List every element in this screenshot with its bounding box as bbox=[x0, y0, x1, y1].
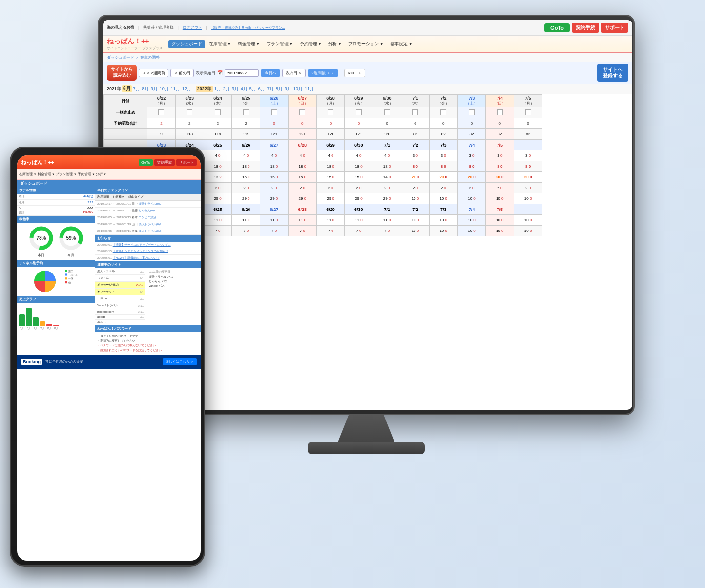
cell[interactable]: 10 0 bbox=[457, 215, 486, 226]
cell[interactable]: 4 0 bbox=[232, 150, 260, 161]
cell[interactable] bbox=[345, 107, 373, 118]
cell[interactable]: 7 0 bbox=[204, 226, 232, 236]
cell[interactable]: 4 0 bbox=[373, 150, 401, 161]
keiyaku-button[interactable]: 契約手続 bbox=[572, 23, 599, 33]
tablet-support-button[interactable]: サポート bbox=[176, 159, 197, 166]
cell[interactable]: 29 0 bbox=[288, 193, 316, 204]
cell[interactable]: 8 0 bbox=[514, 161, 542, 172]
cell[interactable]: 15 0 bbox=[260, 172, 289, 183]
cell[interactable]: 14 0 bbox=[373, 172, 401, 183]
cell[interactable]: 29 0 bbox=[232, 193, 260, 204]
cell[interactable] bbox=[429, 107, 457, 118]
prev-day-button[interactable]: ＜ 前の日 bbox=[170, 69, 194, 77]
cell[interactable]: 7 0 bbox=[316, 226, 345, 236]
cell[interactable]: 7 0 bbox=[260, 226, 289, 236]
cell[interactable]: 10 0 bbox=[429, 193, 457, 204]
month-8[interactable]: 8月 bbox=[142, 86, 149, 92]
cell[interactable]: 10 0 bbox=[486, 193, 514, 204]
tablet-nav-inventory[interactable]: 在庫管理 bbox=[19, 172, 37, 177]
cell[interactable]: 2 0 bbox=[316, 183, 345, 193]
cell[interactable]: 10 0 bbox=[457, 226, 486, 236]
month-2022-4[interactable]: 4月 bbox=[241, 86, 248, 92]
cell[interactable]: 11 0 bbox=[260, 215, 289, 226]
cell[interactable]: 15 0 bbox=[232, 172, 260, 183]
cell[interactable]: 2 0 bbox=[429, 183, 457, 193]
cell[interactable] bbox=[316, 107, 345, 118]
cell[interactable] bbox=[514, 107, 542, 118]
cell[interactable]: 8 0 bbox=[486, 161, 514, 172]
month-2022-5[interactable]: 5月 bbox=[249, 86, 256, 92]
tablet-keiyaku-button[interactable]: 契約手続 bbox=[154, 159, 175, 166]
cell[interactable]: 11 0 bbox=[373, 215, 401, 226]
cell[interactable]: 15 0 bbox=[316, 172, 345, 183]
cell[interactable]: 18 0 bbox=[345, 161, 373, 172]
month-2022-2[interactable]: 2月 bbox=[223, 86, 230, 92]
cell[interactable]: 10 0 bbox=[486, 226, 514, 236]
cell[interactable]: 4 0 bbox=[204, 150, 232, 161]
cell[interactable]: 8 0 bbox=[401, 161, 430, 172]
news-link[interactable]: 【重要】システムメンテナンスのお知らせ bbox=[113, 250, 168, 252]
nav-pricing[interactable]: 料金管理 bbox=[235, 40, 263, 48]
nav-settings[interactable]: 基本設定 bbox=[387, 40, 415, 48]
nav-dashboard[interactable]: ダッシュボード bbox=[168, 40, 205, 48]
tablet-nav-plan[interactable]: プラン管理 bbox=[56, 172, 77, 177]
tablet-nav-analytics[interactable]: 分析 bbox=[96, 172, 106, 177]
cell[interactable]: 13 2 bbox=[204, 172, 232, 183]
cell[interactable]: 18 0 bbox=[288, 161, 316, 172]
cell[interactable]: 2 0 bbox=[204, 183, 232, 193]
booking-cta[interactable]: 詳しくはこちら ＞ bbox=[163, 358, 197, 365]
cell[interactable]: 10 0 bbox=[457, 193, 486, 204]
month-2022-11[interactable]: 11月 bbox=[305, 86, 314, 92]
cell[interactable]: 18 0 bbox=[232, 161, 260, 172]
cell[interactable]: 10 0 bbox=[401, 193, 430, 204]
cell[interactable] bbox=[232, 107, 260, 118]
cell[interactable]: 4 0 bbox=[288, 150, 316, 161]
support-button[interactable]: サポート bbox=[601, 23, 628, 33]
cell[interactable]: 29 0 bbox=[204, 193, 232, 204]
cell[interactable]: 10 0 bbox=[514, 193, 542, 204]
cell[interactable]: 20 0 bbox=[457, 172, 486, 183]
cell[interactable]: 2 0 bbox=[232, 183, 260, 193]
notification-link[interactable]: 【販売・復旧済み】R-with・パッケージプラン... bbox=[211, 25, 285, 30]
month-10[interactable]: 10月 bbox=[160, 86, 169, 92]
cell[interactable] bbox=[147, 107, 176, 118]
cell[interactable]: 11 0 bbox=[345, 215, 373, 226]
tablet-nav-reservation[interactable]: 予約管理 bbox=[78, 172, 95, 177]
month-11[interactable]: 11月 bbox=[171, 86, 180, 92]
cell[interactable]: 2 0 bbox=[345, 183, 373, 193]
month-2022-10[interactable]: 10月 bbox=[293, 86, 303, 92]
month-2022-6[interactable]: 6月 bbox=[258, 86, 265, 92]
cell[interactable]: 18 0 bbox=[260, 161, 289, 172]
nav-promotion[interactable]: プロモーション bbox=[345, 40, 386, 48]
cell[interactable]: 3 0 bbox=[514, 150, 542, 161]
nav-reservation[interactable]: 予約管理 bbox=[297, 40, 325, 48]
cell[interactable]: 29 0 bbox=[345, 193, 373, 204]
prev-2week-button[interactable]: ＜＜ 2週間前 bbox=[139, 69, 168, 77]
cell[interactable]: 3 0 bbox=[429, 150, 457, 161]
next-2week-button[interactable]: 2週間後 ＞＞ bbox=[308, 69, 338, 77]
cell[interactable]: 2 0 bbox=[514, 183, 542, 193]
cell[interactable]: 7 0 bbox=[288, 226, 316, 236]
cell[interactable]: 10 0 bbox=[401, 215, 430, 226]
cell[interactable]: 29 0 bbox=[260, 193, 289, 204]
cell[interactable]: 20 0 bbox=[514, 172, 542, 183]
cell[interactable]: 7 0 bbox=[373, 226, 401, 236]
tablet-nav-pricing[interactable]: 料金管理 bbox=[38, 172, 55, 177]
cell[interactable] bbox=[204, 107, 232, 118]
cell[interactable]: 18 0 bbox=[373, 161, 401, 172]
cell[interactable]: 2 0 bbox=[457, 183, 486, 193]
cell[interactable] bbox=[175, 107, 204, 118]
register-button[interactable]: サイトへ登録する bbox=[597, 64, 628, 82]
cell[interactable]: 8 0 bbox=[457, 161, 486, 172]
cell[interactable]: 15 0 bbox=[288, 172, 316, 183]
cell[interactable] bbox=[486, 107, 514, 118]
cell[interactable]: 10 0 bbox=[514, 226, 542, 236]
cell[interactable]: 3 0 bbox=[486, 150, 514, 161]
tablet-goto-button[interactable]: GoTo bbox=[139, 159, 153, 166]
cell[interactable]: 10 0 bbox=[429, 215, 457, 226]
cell[interactable]: 10 0 bbox=[514, 215, 542, 226]
nav-plan[interactable]: プラン管理 bbox=[264, 40, 296, 48]
cell[interactable]: 11 0 bbox=[204, 215, 232, 226]
cell[interactable]: 10 0 bbox=[486, 215, 514, 226]
cell[interactable]: 10 0 bbox=[401, 226, 430, 236]
